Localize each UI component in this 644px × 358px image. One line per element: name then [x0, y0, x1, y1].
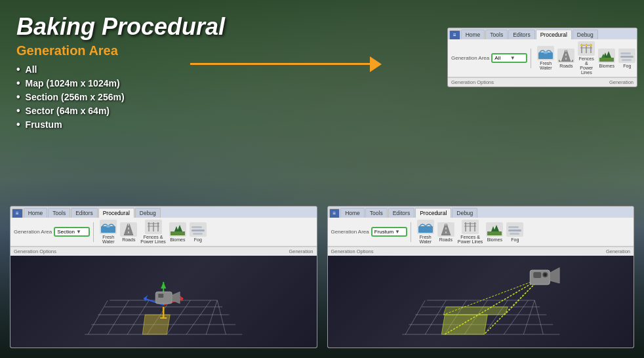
icon-roads-right[interactable]: Roads	[437, 222, 454, 242]
svg-rect-29	[191, 226, 202, 228]
svg-point-1	[544, 51, 548, 54]
biomes-label-left: Biomes	[170, 237, 185, 242]
icon-fog-top[interactable]: Fog	[618, 49, 635, 68]
icon-fresh-water-top[interactable]: FreshWater	[537, 46, 554, 70]
tab-home-left[interactable]: Home	[24, 208, 48, 218]
bullet-frustum: Frustum	[16, 119, 628, 130]
icon-fences-top[interactable]: Fences &Power Lines	[578, 41, 595, 75]
tab-tools-top[interactable]: Tools	[485, 30, 508, 39]
tab-editors-right[interactable]: Editors	[388, 208, 414, 218]
icon-roads-top[interactable]: Roads	[557, 49, 574, 68]
gen-options-label-left: Generation Options	[14, 249, 56, 254]
roads-label-top: Roads	[559, 64, 573, 68]
ribbon-icons-right: FreshWater Roads	[417, 220, 524, 244]
svg-line-38	[108, 300, 129, 334]
svg-rect-15	[620, 52, 631, 54]
svg-rect-67	[508, 226, 519, 228]
svg-rect-30	[191, 229, 205, 231]
svg-point-8	[581, 45, 583, 47]
tab-procedural-left[interactable]: Procedural	[98, 208, 134, 218]
svg-point-10	[590, 45, 592, 47]
gen-options-label-top: Generation Options	[451, 79, 494, 85]
svg-marker-13	[606, 51, 611, 58]
svg-line-81	[523, 300, 534, 334]
tab-procedural-right[interactable]: Procedural	[415, 208, 451, 218]
icon-roads-left[interactable]: Roads	[120, 222, 137, 242]
tab-home-top[interactable]: Home	[461, 30, 485, 39]
svg-line-37	[88, 300, 108, 334]
tab-procedural-top[interactable]: Procedural	[536, 30, 572, 39]
biomes-icon-top	[598, 49, 615, 63]
svg-marker-90	[550, 268, 559, 283]
biomes-label-top: Biomes	[599, 64, 614, 68]
viewport-frustum-svg	[328, 256, 634, 348]
icon-fresh-water-right[interactable]: FreshWater	[417, 220, 434, 244]
fog-label-right: Fog	[511, 237, 519, 242]
fresh-water-label-right: FreshWater	[420, 235, 432, 244]
tab-debug-right[interactable]: Debug	[452, 208, 477, 218]
fog-label-top: Fog	[623, 64, 631, 68]
panel-bottom-right: ≡ Home Tools Editors Procedural Debug Ge…	[327, 206, 635, 348]
bullet-sector: Sector (64m x 64m)	[16, 105, 628, 117]
ribbon-toolbar-top: Generation Area All ▼ FreshWater	[448, 39, 637, 77]
icon-fog-left[interactable]: Fog	[190, 222, 207, 242]
fences-icon-right	[462, 220, 479, 234]
main-content: Baking Procedural Generation Area All Ma…	[0, 0, 644, 358]
gen-area-dropdown-right[interactable]: Frustum ▼	[371, 227, 407, 237]
gen-area-dropdown-left[interactable]: Section ▼	[54, 227, 90, 237]
svg-line-43	[206, 300, 217, 334]
gen-area-label-left: Generation Area	[14, 229, 52, 235]
gen-label-top: Generation	[609, 79, 634, 85]
icon-fresh-water-left[interactable]: FreshWater	[100, 220, 117, 244]
svg-line-75	[405, 300, 425, 334]
gen-label-right: Generation	[606, 249, 630, 254]
gen-label-left: Generation	[289, 249, 313, 254]
fog-icon-top	[618, 49, 635, 63]
icon-fences-left[interactable]: Fences &Power Lines	[140, 220, 166, 244]
viewport-section-svg	[10, 256, 317, 348]
ribbon-icons-top: FreshWater Roads	[537, 41, 635, 75]
tab-editors-left[interactable]: Editors	[71, 208, 97, 218]
svg-marker-51	[144, 295, 148, 302]
svg-line-42	[186, 300, 211, 334]
dropdown-value-top: All	[494, 55, 509, 61]
dropdown-value-left: Section	[57, 229, 75, 235]
tab-debug-left[interactable]: Debug	[135, 208, 161, 218]
tab-editors-top[interactable]: Editors	[508, 30, 534, 39]
svg-line-80	[504, 300, 528, 334]
icon-biomes-left[interactable]: Biomes	[169, 222, 186, 242]
tab-home-right[interactable]: Home	[340, 208, 365, 218]
separator-right	[411, 222, 411, 242]
ribbon-toolbar-left: Generation Area Section ▼	[10, 218, 317, 247]
bottom-panels: ≡ Home Tools Editors Procedural Debug Ge…	[10, 206, 634, 348]
logo-tab-right[interactable]: ≡	[329, 209, 340, 218]
svg-marker-28	[177, 225, 182, 231]
ribbon-tabs-right: ≡ Home Tools Editors Procedural Debug	[328, 207, 634, 218]
fog-icon-right	[506, 222, 523, 237]
svg-marker-83	[441, 315, 487, 334]
fences-icon-left	[145, 220, 162, 234]
ribbon-tabs-top: ≡ Home Tools Editors Procedural Debug	[448, 28, 637, 39]
logo-tab-left[interactable]: ≡	[12, 209, 23, 218]
tab-tools-left[interactable]: Tools	[48, 208, 70, 218]
section-labels-left: Generation Options Generation	[10, 247, 317, 256]
fences-label-top: Fences &Power Lines	[578, 56, 595, 75]
separator-left	[93, 222, 94, 242]
icon-biomes-top[interactable]: Biomes	[598, 49, 615, 68]
logo-tab[interactable]: ≡	[449, 30, 460, 39]
svg-rect-16	[620, 56, 634, 58]
section-labels-right: Generation Options Generation	[328, 247, 634, 256]
fresh-water-icon-top	[537, 46, 554, 60]
svg-rect-68	[508, 229, 521, 231]
tab-debug-top[interactable]: Debug	[573, 30, 598, 39]
viewport-frustum	[328, 256, 634, 348]
tab-tools-right[interactable]: Tools	[365, 208, 388, 218]
svg-point-19	[106, 225, 110, 228]
gen-area-dropdown-top[interactable]: All ▼	[491, 53, 527, 63]
roads-label-left: Roads	[122, 237, 135, 242]
svg-marker-66	[494, 225, 499, 231]
icon-fog-right[interactable]: Fog	[506, 222, 523, 242]
icon-fences-right[interactable]: Fences &Power Lines	[458, 220, 483, 244]
icon-biomes-right[interactable]: Biomes	[486, 222, 503, 242]
section-labels-top: Generation Options Generation	[448, 77, 637, 87]
